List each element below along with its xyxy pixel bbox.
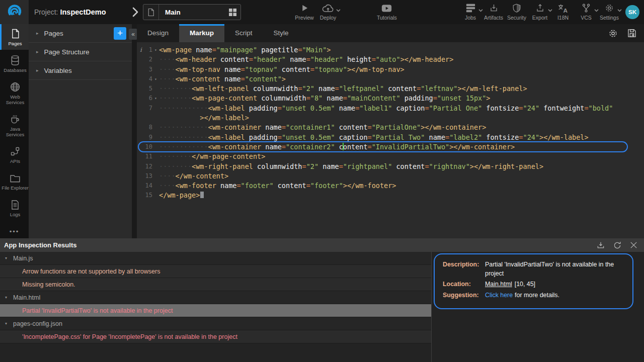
code-line-2[interactable]: 2····<wm-header content="header" name="h…: [137, 55, 644, 64]
issue-group-main-js[interactable]: ▾Main.js: [0, 252, 431, 265]
line-number: 15: [145, 191, 152, 200]
fold-marker: ▾: [152, 74, 159, 84]
sidebar-item-logs[interactable]: Logs: [0, 195, 29, 221]
close-icon[interactable]: [629, 241, 638, 250]
code-line-14[interactable]: 14····<wm-footer name="footer" content="…: [137, 181, 644, 191]
issue-group-label: Main.html: [13, 294, 40, 301]
toolbar-left: PreviewDeploy: [295, 3, 338, 21]
gutter: 4▾: [137, 74, 159, 84]
left-panel: ▸Pages+▸Page Structure▸Variables: [29, 24, 132, 238]
code-line-10[interactable]: 10············<wm-container name="contai…: [137, 142, 644, 152]
sidebar-item-pages[interactable]: Pages: [0, 24, 29, 50]
issue-row[interactable]: Arrow functions are not supported by all…: [0, 265, 431, 278]
sidebar-more-button[interactable]: •••: [0, 228, 29, 235]
avatar[interactable]: SK: [625, 5, 639, 19]
current-page-name: Main: [165, 9, 229, 16]
description-label: Description:: [443, 260, 485, 278]
code-editor[interactable]: 1▾i<wm-page name="mainpage" pagetitle="M…: [137, 42, 644, 238]
chevron-down-icon: [617, 9, 622, 12]
editor-settings-button[interactable]: [608, 28, 618, 39]
topbar-tool-security[interactable]: Security: [507, 3, 526, 21]
svg-text:A: A: [563, 7, 568, 13]
grid-icon[interactable]: [229, 9, 236, 16]
collapse-panel-button[interactable]: «: [129, 29, 137, 40]
page-selector[interactable]: Main: [143, 4, 241, 20]
tab-markup[interactable]: Markup: [179, 24, 224, 42]
sidebar-item-label: File Explorer: [2, 185, 28, 191]
location-file-link[interactable]: Main.html: [485, 281, 512, 288]
topbar-tool-tutorials[interactable]: Tutorials: [377, 3, 397, 21]
app-logo[interactable]: [0, 0, 29, 24]
code-line-12[interactable]: 12········<wm-right-panel columnwidth="2…: [137, 162, 644, 171]
code-line-7[interactable]: 7············<wm-label padding="unset 0.…: [137, 104, 644, 113]
sidebar-item-databases[interactable]: Databases: [0, 51, 29, 76]
jobs-icon: [465, 3, 476, 14]
code-line-15[interactable]: 15</wm-page>: [137, 191, 644, 200]
line-number: 6: [149, 94, 152, 103]
inspection-title: App Inspection Results: [4, 241, 76, 249]
tab-style[interactable]: Style: [263, 24, 299, 42]
topbar-tool-settings[interactable]: Settings: [600, 3, 619, 21]
sidebar-item-file-explorer[interactable]: File Explorer: [0, 168, 29, 194]
inspection-body: ▾Main.jsArrow functions are not supporte…: [0, 252, 644, 362]
issue-row[interactable]: Partial 'InvalidPartialTwo' is not avail…: [0, 304, 431, 317]
issue-text: Missing semicolon.: [22, 281, 75, 288]
indent-whitespace: ····: [159, 55, 176, 63]
download-icon[interactable]: [596, 241, 605, 250]
gutter: 14: [137, 181, 159, 191]
triangle-down-icon: ▾: [5, 256, 11, 260]
code-line-6[interactable]: 6▾········<wm-page-content columnwidth="…: [137, 94, 644, 103]
save-button[interactable]: [627, 28, 637, 38]
topbar-tool-preview[interactable]: Preview: [295, 3, 314, 21]
logs-icon: [11, 199, 20, 210]
issue-text: 'IncompletePage.css' for Page 'Incomplet…: [22, 333, 237, 340]
sidebar-item-apis[interactable]: APIs: [0, 142, 29, 167]
project-label: Project:: [34, 8, 58, 16]
topbar-tool-artifacts[interactable]: Artifacts: [484, 3, 503, 21]
line-number: 13: [145, 171, 152, 181]
code-line-8[interactable]: 8············<wm-container name="contain…: [137, 123, 644, 132]
panel-section-page-structure[interactable]: ▸Page Structure: [29, 43, 132, 61]
issue-group-pages-config-json[interactable]: ▾pages-config.json: [0, 317, 431, 330]
topbar-tool-vcs[interactable]: VCS: [577, 3, 596, 21]
topbar-tool-deploy[interactable]: Deploy: [318, 3, 338, 21]
fold-marker: [152, 162, 159, 171]
tab-design[interactable]: Design: [137, 24, 179, 42]
code-line-1[interactable]: 1▾i<wm-page name="mainpage" pagetitle="M…: [137, 45, 644, 55]
add-page-button[interactable]: +: [114, 27, 126, 40]
panel-section-pages[interactable]: ▸Pages+: [29, 24, 132, 43]
code-text: ····</wm-content>: [159, 171, 644, 181]
topbar-tool-i18n[interactable]: AI18N: [553, 3, 573, 21]
issue-row[interactable]: Missing semicolon.: [0, 278, 431, 291]
topbar-tool-jobs[interactable]: Jobs: [461, 3, 480, 21]
code-line-4[interactable]: 4▾····<wm-content name="content">: [137, 74, 644, 84]
issue-group-main-html[interactable]: ▾Main.html: [0, 291, 431, 304]
tool-label: Artifacts: [484, 15, 503, 21]
code-line-11[interactable]: 11········</wm-page-content>: [137, 152, 644, 161]
sidebar-item-label: Java Services: [2, 126, 29, 137]
line-number: 3: [149, 65, 152, 74]
project-name: InspectDemo: [60, 8, 106, 16]
issue-description: Partial 'InvalidPartialTwo' is not avail…: [485, 260, 626, 278]
sidebar-item-web-services[interactable]: Web Services: [0, 77, 29, 109]
code-line-13[interactable]: 13····</wm-content>: [137, 171, 644, 181]
code-line-5[interactable]: 5········<wm-left-panel columnwidth="2" …: [137, 84, 644, 94]
code-line-9[interactable]: 9············<wm-label padding="unset 0.…: [137, 133, 644, 142]
click-here-link[interactable]: Click here: [485, 292, 513, 299]
panel-section-variables[interactable]: ▸Variables: [29, 61, 132, 80]
code-line-wrap[interactable]: ></wm-label>: [137, 113, 644, 123]
code-text: ····<wm-content name="content">: [159, 74, 644, 84]
topbar-tool-export[interactable]: Export: [530, 3, 549, 21]
gutter: 6▾: [137, 94, 159, 103]
youtube-icon: [381, 3, 392, 14]
globe-icon: [10, 81, 21, 93]
code-text: ············<wm-label padding="unset 0.5…: [159, 133, 644, 142]
tab-script[interactable]: Script: [224, 24, 263, 42]
fold-marker: [152, 104, 159, 113]
code-line-3[interactable]: 3····<wm-top-nav name="topnav" content="…: [137, 65, 644, 74]
toolbar-right: JobsArtifactsSecurityExportAI18NVCSSetti…: [461, 3, 619, 21]
refresh-icon[interactable]: [613, 241, 622, 250]
issue-row[interactable]: 'IncompletePage.css' for Page 'Incomplet…: [0, 330, 431, 343]
fold-marker: [152, 113, 159, 123]
sidebar-item-java-services[interactable]: Java Services: [0, 110, 29, 141]
